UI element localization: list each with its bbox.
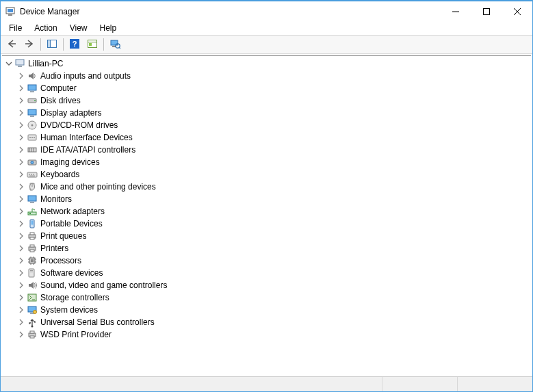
tree-row[interactable]: Disk drives <box>2 94 531 107</box>
tree-row[interactable]: Network adapters <box>2 205 531 218</box>
tree-row-label: IDE ATA/ATAPI controllers <box>40 145 135 155</box>
maximize-button[interactable] <box>471 1 502 21</box>
system-icon <box>27 304 38 315</box>
tree-row-label: Print queues <box>40 231 86 241</box>
tree-indent <box>5 138 17 138</box>
tree-row[interactable]: Software devices <box>2 267 531 279</box>
expander-closed-icon[interactable] <box>17 133 25 142</box>
tree-row-label: Universal Serial Bus controllers <box>40 317 155 327</box>
expander-closed-icon[interactable] <box>17 269 25 277</box>
tree-row-label: Printers <box>40 244 68 253</box>
tree-root-row[interactable]: Lillian-PC <box>2 57 531 70</box>
printer-icon <box>27 329 38 340</box>
tree-row[interactable]: Universal Serial Bus controllers <box>2 316 531 328</box>
help-button[interactable]: ? <box>66 37 83 52</box>
mouse-icon <box>27 181 38 192</box>
expander-closed-icon[interactable] <box>17 72 25 80</box>
expander-closed-icon[interactable] <box>17 293 25 302</box>
tree-row[interactable]: Keyboards <box>2 168 531 181</box>
tree-indent <box>5 211 17 212</box>
tree-row[interactable]: Mice and other pointing devices <box>2 181 531 193</box>
expander-open-icon[interactable] <box>5 60 13 68</box>
svg-rect-77 <box>30 336 34 338</box>
svg-point-27 <box>31 125 34 127</box>
close-button[interactable] <box>502 1 532 21</box>
svg-rect-52 <box>30 233 34 235</box>
svg-point-74 <box>31 326 34 328</box>
tree-indent <box>5 88 17 89</box>
expander-closed-icon[interactable] <box>17 318 25 326</box>
tree-row[interactable]: Human Interface Devices <box>2 131 531 144</box>
tree-row-label: Imaging devices <box>40 157 100 167</box>
expander-closed-icon[interactable] <box>17 330 25 339</box>
tree-indent <box>5 298 17 298</box>
tree-row[interactable]: Sound, video and game controllers <box>2 279 531 291</box>
menu-view[interactable]: View <box>64 22 93 34</box>
expander-closed-icon[interactable] <box>17 146 25 154</box>
tree-row[interactable]: Display adapters <box>2 107 531 119</box>
tree-indent <box>5 310 17 311</box>
svg-rect-4 <box>483 8 489 14</box>
scan-hardware-button[interactable] <box>107 37 123 52</box>
svg-rect-24 <box>28 109 36 115</box>
tree-row[interactable]: Storage controllers <box>2 291 531 304</box>
expander-closed-icon[interactable] <box>17 195 25 203</box>
expander-closed-icon[interactable] <box>17 306 25 314</box>
forward-button[interactable] <box>21 37 38 52</box>
expander-closed-icon[interactable] <box>17 207 25 215</box>
tree-row[interactable]: System devices <box>2 304 531 316</box>
menu-help[interactable]: Help <box>94 22 122 34</box>
tree-row[interactable]: Audio inputs and outputs <box>2 70 531 82</box>
tree-row[interactable]: Monitors <box>2 193 531 205</box>
expander-closed-icon[interactable] <box>17 220 25 228</box>
expander-closed-icon[interactable] <box>17 170 25 179</box>
expander-closed-icon[interactable] <box>17 96 25 105</box>
svg-point-31 <box>34 137 35 138</box>
expander-closed-icon[interactable] <box>17 84 25 92</box>
properties-button[interactable] <box>84 37 101 52</box>
tree-indent <box>5 248 17 249</box>
expander-closed-icon[interactable] <box>17 158 25 166</box>
tree-row-label: Human Interface Devices <box>40 133 133 142</box>
tree-row[interactable]: Printers <box>2 242 531 254</box>
svg-point-23 <box>34 100 36 101</box>
show-hide-console-tree-button[interactable] <box>44 37 60 52</box>
tree-row[interactable]: Imaging devices <box>2 156 531 168</box>
device-tree[interactable]: Lillian-PC Audio inputs and outputsCompu… <box>2 55 531 375</box>
expander-closed-icon[interactable] <box>17 232 25 240</box>
tree-row[interactable]: DVD/CD-ROM drives <box>2 119 531 131</box>
expander-closed-icon[interactable] <box>17 121 25 129</box>
tree-row[interactable]: Processors <box>2 254 531 267</box>
tree-row[interactable]: Print queues <box>2 230 531 242</box>
expander-closed-icon[interactable] <box>17 183 25 191</box>
back-button[interactable] <box>3 37 20 52</box>
minimize-button[interactable] <box>440 1 471 21</box>
toolbar-separator <box>103 38 104 51</box>
menu-action[interactable]: Action <box>29 22 62 34</box>
portable-icon <box>27 218 38 229</box>
expander-closed-icon[interactable] <box>17 281 25 289</box>
software-icon <box>27 267 38 278</box>
sound-icon <box>27 280 38 291</box>
tree-root-label: Lillian-PC <box>28 59 63 68</box>
tree-row-label: Sound, video and game controllers <box>40 280 167 290</box>
svg-rect-8 <box>48 40 51 47</box>
tree-row[interactable]: IDE ATA/ATAPI controllers <box>2 144 531 156</box>
device-manager-window: Device Manager File Action View Help <box>0 0 533 392</box>
tree-row-label: WSD Print Provider <box>40 330 112 339</box>
tree-indent <box>5 174 17 175</box>
expander-closed-icon[interactable] <box>17 257 25 265</box>
computer-icon <box>14 58 25 69</box>
menu-file[interactable]: File <box>3 22 27 34</box>
tree-row[interactable]: Portable Devices <box>2 218 531 230</box>
tree-indent <box>5 273 17 274</box>
tree-row-label: Storage controllers <box>40 293 109 302</box>
tree-row[interactable]: Computer <box>2 82 531 94</box>
svg-rect-68 <box>30 270 33 271</box>
monitor-icon <box>27 194 38 205</box>
keyboard-icon <box>27 169 38 180</box>
tree-row-label: Software devices <box>40 268 103 278</box>
tree-row[interactable]: WSD Print Provider <box>2 328 531 341</box>
expander-closed-icon[interactable] <box>17 109 25 117</box>
expander-closed-icon[interactable] <box>17 244 25 252</box>
